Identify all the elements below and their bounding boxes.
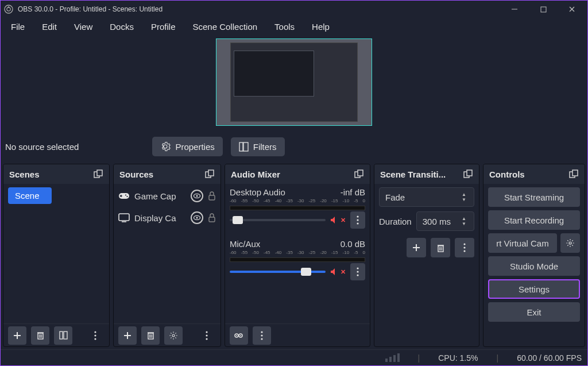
- scenes-title: Scenes: [9, 169, 40, 179]
- source-menu-button[interactable]: [198, 326, 216, 345]
- popout-icon[interactable]: [354, 169, 364, 179]
- audio-advanced-button[interactable]: [230, 326, 248, 345]
- close-button[interactable]: [560, 1, 584, 17]
- add-source-button[interactable]: [118, 326, 137, 345]
- svg-point-36: [196, 217, 198, 219]
- scene-menu-button[interactable]: [86, 326, 105, 345]
- svg-rect-50: [358, 170, 363, 176]
- svg-point-51: [357, 215, 358, 217]
- virtual-cam-settings-button[interactable]: [560, 233, 580, 253]
- controls-title: Controls: [489, 169, 525, 179]
- svg-rect-10: [97, 170, 102, 176]
- svg-rect-65: [467, 170, 472, 176]
- meter-ticks: -60-55-50-45-40-35-30-25-20-15-10-50: [230, 250, 365, 255]
- transitions-dock: Scene Transiti... Fade ▲▼ Duration 300 m…: [374, 164, 479, 347]
- menu-help[interactable]: Help: [305, 20, 336, 34]
- svg-point-61: [261, 331, 262, 333]
- svg-rect-7: [239, 142, 243, 151]
- svg-point-74: [463, 246, 465, 248]
- svg-rect-4: [541, 7, 546, 12]
- svg-rect-24: [208, 170, 214, 176]
- svg-point-54: [357, 267, 358, 269]
- scene-item-active[interactable]: Scene: [8, 187, 52, 204]
- menu-docks[interactable]: Docks: [103, 20, 141, 34]
- exit-button[interactable]: Exit: [488, 302, 580, 322]
- properties-label: Properties: [175, 142, 214, 152]
- maximize-button[interactable]: [531, 1, 555, 17]
- add-scene-button[interactable]: [8, 326, 26, 345]
- fps-status: 60.00 / 60.00 FPS: [517, 353, 582, 363]
- volume-slider[interactable]: [230, 219, 326, 221]
- channel-name: Desktop Audio: [230, 187, 285, 197]
- menu-tools[interactable]: Tools: [268, 20, 301, 34]
- channel-menu-button[interactable]: [350, 211, 365, 229]
- properties-button[interactable]: Properties: [152, 137, 222, 156]
- sources-dock: Sources Game Cap Display Ca: [113, 164, 221, 347]
- source-row[interactable]: Game Cap: [118, 187, 216, 205]
- select-stepper-icon: ▲▼: [460, 192, 468, 202]
- duration-input[interactable]: 300 ms ▲▼: [416, 211, 474, 231]
- menu-bar: File Edit View Docks Profile Scene Colle…: [1, 18, 587, 35]
- svg-point-29: [126, 196, 127, 197]
- svg-rect-77: [572, 170, 578, 176]
- stepper-icon[interactable]: ▲▼: [460, 217, 468, 226]
- audio-title: Audio Mixer: [231, 169, 280, 179]
- obs-logo-icon: [4, 5, 13, 14]
- delete-transition-button[interactable]: [431, 238, 450, 257]
- menu-scene-collection[interactable]: Scene Collection: [186, 20, 265, 34]
- svg-point-59: [236, 335, 237, 336]
- visibility-toggle[interactable]: [191, 211, 203, 224]
- controls-dock: Controls Start Streaming Start Recording…: [483, 164, 585, 347]
- menu-edit[interactable]: Edit: [35, 20, 64, 34]
- popout-icon[interactable]: [463, 169, 473, 179]
- studio-mode-button[interactable]: Studio Mode: [488, 256, 580, 276]
- svg-rect-27: [120, 195, 122, 197]
- filters-label: Filters: [253, 142, 277, 152]
- visibility-toggle[interactable]: [191, 190, 203, 202]
- svg-point-46: [206, 331, 207, 333]
- window-title: OBS 30.0.0 - Profile: Untitled - Scenes:…: [18, 5, 163, 13]
- filters-button[interactable]: Filters: [231, 137, 285, 156]
- mute-button[interactable]: ✕: [330, 268, 346, 276]
- start-recording-button[interactable]: Start Recording: [488, 210, 580, 230]
- transition-menu-button[interactable]: [455, 238, 474, 257]
- delete-scene-button[interactable]: [31, 326, 49, 345]
- audio-meter: [230, 206, 365, 210]
- menu-file[interactable]: File: [4, 20, 32, 34]
- settings-button[interactable]: Settings: [488, 279, 580, 299]
- svg-point-63: [261, 338, 262, 340]
- gamepad-icon: [118, 192, 130, 200]
- popout-icon[interactable]: [204, 169, 215, 179]
- svg-point-53: [357, 222, 358, 224]
- mute-button[interactable]: ✕: [330, 216, 346, 224]
- svg-rect-33: [119, 214, 129, 221]
- source-row[interactable]: Display Ca: [118, 209, 216, 226]
- lock-icon[interactable]: [208, 191, 216, 201]
- menu-profile[interactable]: Profile: [144, 20, 183, 34]
- source-label: Display Ca: [134, 213, 186, 223]
- scene-filter-button[interactable]: [54, 326, 72, 345]
- delete-source-button[interactable]: [141, 326, 160, 345]
- popout-icon[interactable]: [93, 169, 103, 179]
- meter-ticks: -60-55-50-45-40-35-30-25-20-15-10-50: [230, 198, 365, 203]
- popout-icon[interactable]: [568, 169, 579, 179]
- filters-icon: [239, 142, 249, 152]
- virtual-cam-button[interactable]: rt Virtual Cam: [488, 233, 557, 253]
- svg-point-2: [8, 6, 9, 7]
- volume-slider[interactable]: [230, 271, 326, 273]
- start-streaming-button[interactable]: Start Streaming: [488, 187, 580, 207]
- audio-menu-button[interactable]: [253, 326, 271, 345]
- preview-area[interactable]: [1, 35, 587, 132]
- add-transition-button[interactable]: [407, 238, 426, 257]
- svg-point-73: [463, 243, 465, 245]
- svg-point-60: [240, 335, 241, 336]
- minimize-button[interactable]: [502, 1, 527, 17]
- preview-frame[interactable]: [216, 38, 372, 126]
- menu-view[interactable]: View: [67, 20, 99, 34]
- lock-icon[interactable]: [208, 213, 216, 222]
- source-settings-button[interactable]: [164, 326, 183, 345]
- gear-icon: [160, 141, 171, 152]
- transition-select[interactable]: Fade ▲▼: [379, 187, 474, 207]
- channel-menu-button[interactable]: [350, 263, 365, 280]
- svg-point-55: [357, 271, 358, 272]
